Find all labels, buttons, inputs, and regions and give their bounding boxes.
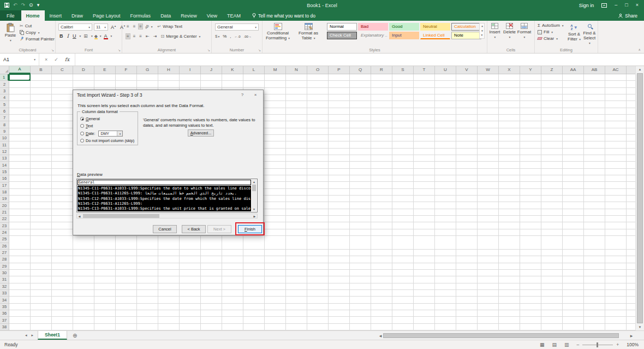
cut-button[interactable]: ✂ Cut (20, 23, 55, 28)
style-normal[interactable]: Normal (327, 23, 357, 31)
style-input[interactable]: Input (389, 32, 419, 39)
alignment-dialog-launcher[interactable]: ↘ (207, 48, 210, 52)
horizontal-scrollbar[interactable]: ◀ ▶ (378, 333, 634, 339)
row-header-24[interactable]: 24 (0, 229, 9, 236)
row-header-37[interactable]: 37 (0, 317, 9, 323)
italic-button[interactable]: I (66, 33, 70, 39)
radio-general[interactable]: General (80, 116, 100, 121)
accounting-format-button[interactable]: $▾ (215, 34, 219, 39)
column-header-g[interactable]: G (137, 66, 158, 74)
preview-scroll-right-icon[interactable]: ▶ (252, 214, 257, 218)
next-sheet-icon[interactable]: ▸ (32, 333, 34, 338)
row-header-5[interactable]: 5 (0, 101, 9, 108)
tab-team[interactable]: TEAM (222, 10, 246, 21)
style-check-cell[interactable]: Check Cell (327, 32, 357, 39)
tell-me-box[interactable]: Tell me what you want to do (246, 10, 315, 21)
format-as-table-button[interactable]: Format as Table ▾ (293, 21, 324, 40)
row-header-6[interactable]: 6 (0, 108, 9, 115)
horizontal-scroll-thumb[interactable] (383, 333, 619, 338)
column-header-f[interactable]: F (116, 66, 137, 74)
cancel-button[interactable]: Cancel (153, 225, 177, 233)
preview-scroll-down-icon[interactable]: ▼ (252, 207, 257, 211)
row-header-28[interactable]: 28 (0, 256, 9, 263)
clipboard-dialog-launcher[interactable]: ↘ (51, 48, 54, 52)
align-center-button[interactable]: ≡ (132, 33, 137, 39)
row-header-18[interactable]: 18 (0, 189, 9, 196)
bottom-align-button[interactable]: ≡ (138, 23, 143, 29)
vertical-scroll-thumb[interactable] (637, 73, 643, 323)
prev-sheet-icon[interactable]: ◂ (25, 333, 27, 338)
radio-skip-column[interactable]: Do not import column (skip) (80, 138, 134, 143)
borders-button[interactable]: ⊞ (82, 33, 89, 39)
increase-indent-button[interactable]: ⇥ (152, 33, 158, 39)
preview-column-header[interactable]: General (77, 180, 251, 185)
dialog-help-button[interactable]: ? (238, 91, 247, 98)
preview-row-5[interactable]: N1345-C13-P8631-A1033-L999:Specifies the… (77, 206, 251, 211)
back-button[interactable]: < Back (182, 225, 206, 233)
tab-formulas[interactable]: Formulas (126, 10, 156, 21)
preview-hscroll-thumb[interactable] (83, 214, 159, 218)
top-align-button[interactable]: ≡ (126, 23, 130, 29)
column-header-e[interactable]: E (94, 66, 116, 74)
column-header-n[interactable]: N (286, 66, 307, 74)
radio-text[interactable]: Text (80, 123, 93, 128)
radio-date-circle[interactable] (80, 132, 84, 135)
font-dialog-launcher[interactable]: ↘ (118, 48, 121, 52)
column-header-v[interactable]: V (456, 66, 478, 74)
column-header-o[interactable]: O (307, 66, 329, 74)
close-button[interactable]: × (636, 3, 639, 8)
column-header-k[interactable]: K (222, 66, 243, 74)
collapse-ribbon-button[interactable]: ∧ (639, 48, 641, 51)
row-header-12[interactable]: 12 (0, 149, 9, 155)
column-header-d[interactable]: D (73, 66, 94, 74)
preview-row-2[interactable]: N1345-C11-P8631-A11265-L999: يحدد تاريخ … (77, 191, 251, 196)
name-box[interactable]: A1 ▾ (0, 54, 39, 66)
tab-draw[interactable]: Draw (67, 10, 88, 21)
row-header-13[interactable]: 13 (0, 155, 9, 162)
percent-style-button[interactable]: % (223, 34, 226, 39)
row-header-15[interactable]: 15 (0, 169, 9, 175)
column-header-j[interactable]: J (201, 66, 222, 74)
maximize-button[interactable]: □ (625, 3, 628, 8)
preview-scroll-up-icon[interactable]: ▲ (252, 180, 257, 184)
align-right-button[interactable]: ≡ (138, 33, 143, 39)
paste-dropdown-icon[interactable]: ▾ (10, 39, 11, 42)
row-header-31[interactable]: 31 (0, 276, 9, 283)
gallery-up-icon[interactable]: ▸ (480, 25, 484, 27)
touch-mode-icon[interactable]: ⊙ (29, 3, 33, 8)
column-header-l[interactable]: L (243, 66, 265, 74)
wrap-text-button[interactable]: Wrap Text (163, 24, 182, 29)
vertical-scrollbar[interactable]: ▲ ▼ (635, 66, 644, 330)
row-header-38[interactable]: 38 (0, 324, 9, 330)
grow-font-button[interactable]: A▲ (110, 25, 117, 30)
delete-cells-button[interactable]: Delete ▾ (502, 21, 517, 39)
insert-function-icon[interactable]: fx (65, 57, 69, 62)
style-linked-cell[interactable]: Linked Cell (420, 32, 450, 39)
tab-page-layout[interactable]: Page Layout (88, 10, 126, 21)
preview-row-3[interactable]: N1345-C12-P8631-A1033-L999:Specifies the… (77, 196, 251, 201)
autosum-button[interactable]: Σ AutoSum▾ (538, 23, 564, 28)
row-header-27[interactable]: 27 (0, 250, 9, 256)
zoom-slider-thumb[interactable] (597, 342, 598, 347)
scroll-left-icon[interactable]: ◀ (378, 334, 383, 338)
formula-input[interactable] (75, 54, 644, 66)
sign-in-link[interactable]: Sign in (579, 3, 594, 8)
scroll-down-icon[interactable]: ▼ (636, 324, 644, 330)
column-header-aa[interactable]: AA (563, 66, 584, 74)
column-header-r[interactable]: R (371, 66, 392, 74)
merge-center-button[interactable]: Merge & Center (166, 34, 196, 39)
comma-style-button[interactable]: , (230, 34, 231, 39)
scroll-right-icon[interactable]: ▶ (629, 334, 634, 338)
radio-skip-circle[interactable] (80, 139, 84, 143)
clear-button[interactable]: Clear▾ (538, 36, 564, 41)
formula-enter-icon[interactable]: ✓ (54, 57, 58, 62)
row-header-32[interactable]: 32 (0, 283, 9, 290)
row-header-29[interactable]: 29 (0, 263, 9, 270)
row-header-9[interactable]: 9 (0, 128, 9, 135)
date-format-combo[interactable]: DMY▾ (98, 131, 123, 137)
radio-general-circle[interactable] (80, 117, 84, 121)
gallery-more-icon[interactable]: ▾ (481, 33, 483, 38)
select-all-corner[interactable]: ◢ (0, 66, 9, 74)
copy-button[interactable]: Copy ▾ (20, 30, 55, 35)
style-good[interactable]: Good (389, 23, 419, 31)
